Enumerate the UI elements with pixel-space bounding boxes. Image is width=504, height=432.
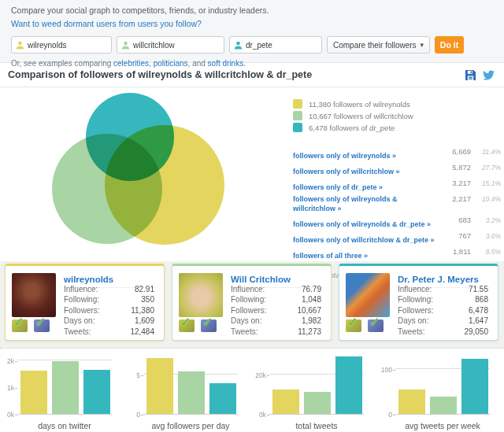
examples-sep: , and — [188, 59, 208, 68]
profile-stat-label: Tweets: — [64, 327, 91, 337]
chart-bar-dr_pete — [83, 370, 110, 414]
stats-value: 2,217 — [428, 194, 471, 204]
legend-item: 6,478 followers of dr_pete — [293, 123, 413, 132]
profile-avatar[interactable] — [12, 273, 56, 317]
axis-tick-mark — [393, 415, 395, 415]
chart-bar-wilreynolds — [398, 390, 425, 414]
chart-plot-area — [395, 353, 490, 415]
username-input-3[interactable] — [246, 37, 320, 53]
compare-mode-select[interactable]: Compare their followers ▾ — [327, 36, 430, 54]
username-field-3-wrap — [229, 36, 322, 54]
stats-value: 767 — [428, 231, 471, 241]
profile-stat-row: Influence:71.55 — [398, 284, 488, 294]
profile-name-link[interactable]: Will Critchlow — [231, 275, 291, 284]
profile-stat-label: Days on: — [398, 316, 428, 326]
stats-link[interactable]: followers only of wilreynolds & dr_pete … — [293, 220, 439, 229]
stats-percent: 10.4% — [474, 194, 501, 204]
stats-link[interactable]: followers only of willcritchlow » — [293, 167, 439, 176]
intro-text: Compare your social graph to competitors… — [11, 5, 504, 16]
follower-thumb[interactable]: ✓ — [34, 319, 50, 332]
mini-chart: 0100avg tweets per week — [378, 349, 504, 432]
profile-cards-row: wilreynoldsInfluence:82.91Following:350F… — [0, 261, 504, 348]
axis-tick-label: 1k — [0, 384, 14, 392]
profile-stat-label: Influence: — [64, 284, 98, 294]
chart-bar-willcritchlow — [430, 397, 457, 414]
profile-stat-value: 1,982 — [302, 316, 321, 326]
axis-tick-label: 5 — [126, 371, 140, 379]
follower-thumb[interactable]: ✓ — [346, 319, 361, 332]
chart-title: avg followers per day — [143, 421, 238, 430]
profile-stats: Influence:82.91Following:350Followers:11… — [64, 284, 154, 337]
legend-item: 10,667 followers of willcritchlow — [293, 111, 413, 120]
profile-name-link[interactable]: wilreynolds — [64, 275, 113, 284]
stats-link[interactable]: followers only of dr_pete » — [293, 183, 439, 192]
compare-mode-selected-value: Compare their followers — [333, 41, 417, 50]
example-link-politicians[interactable]: politicians — [154, 59, 188, 68]
check-icon: ✓ — [347, 316, 358, 329]
profile-stat-label: Influence: — [398, 284, 432, 294]
legend-swatch — [293, 99, 302, 109]
profile-name-link[interactable]: Dr. Peter J. Meyers — [398, 275, 479, 284]
examples-end: . — [243, 59, 246, 68]
caret-down-icon: ▾ — [420, 41, 424, 49]
stats-link[interactable]: followers only of wilreynolds & willcrit… — [293, 194, 439, 213]
chart-bar-willcritchlow — [178, 371, 205, 414]
profile-stat-value: 350 — [141, 294, 154, 305]
twitter-share-icon[interactable] — [483, 70, 495, 80]
chart-bar-willcritchlow — [52, 361, 79, 414]
chart-plot-area — [143, 353, 238, 415]
profile-stat-row: Days on:1,647 — [398, 316, 488, 326]
stats-percent: 3.2% — [474, 216, 501, 225]
legend-swatch — [293, 123, 302, 132]
profile-stat-row: Following:350 — [64, 294, 154, 305]
legend-item: 11,380 followers of wilreynolds — [293, 99, 413, 109]
profile-stat-row: Followers:6,478 — [398, 305, 488, 316]
chart-bar-dr_pete — [335, 356, 362, 414]
weed-dormant-link[interactable]: Want to weed dormant users from users yo… — [11, 18, 202, 29]
example-link-soft-drinks[interactable]: soft drinks — [208, 59, 244, 68]
username-input-2[interactable] — [133, 37, 222, 53]
axis-tick-label: 0k — [0, 411, 14, 419]
do-it-button[interactable]: Do it — [435, 36, 464, 54]
profile-avatar[interactable] — [346, 273, 390, 317]
profile-stats: Influence:76.79Following:1,048Followers:… — [231, 284, 321, 337]
profile-stat-label: Days on: — [64, 316, 94, 326]
follower-thumb[interactable]: ✓ — [12, 319, 28, 332]
profile-stat-row: Following:1,048 — [231, 294, 321, 305]
header-actions — [465, 70, 496, 80]
profile-stat-row: Following:868 — [398, 294, 488, 305]
profile-stat-value: 1,609 — [135, 316, 154, 326]
stats-value: 3,217 — [428, 179, 471, 188]
axis-tick-label: 0 — [126, 411, 140, 419]
profile-stat-label: Tweets: — [231, 327, 258, 337]
profile-stat-row: Influence:82.91 — [64, 284, 154, 294]
profile-stat-value: 11,380 — [131, 305, 154, 316]
chart-title: days on twitter — [17, 421, 112, 430]
stats-row: followers only of dr_pete »3,21715.1% — [293, 179, 501, 193]
username-input-1[interactable] — [28, 37, 109, 53]
username-field-2-wrap — [117, 36, 224, 54]
mini-chart: 0k20ktotal tweets — [252, 349, 378, 432]
stats-link[interactable]: followers of all three » — [293, 251, 439, 260]
chart-bar-dr_pete — [461, 359, 488, 414]
chart-bar-wilreynolds — [272, 390, 299, 414]
follower-thumb[interactable]: ✓ — [201, 319, 217, 332]
stats-row: followers of all three »1,8118.5% — [293, 247, 501, 261]
example-link-celebrities[interactable]: celebrities — [113, 59, 149, 68]
username-field-1-wrap — [11, 36, 112, 54]
profile-stat-value: 71.55 — [469, 284, 488, 294]
stats-link[interactable]: followers only of wilreynolds » — [293, 151, 439, 161]
save-report-icon[interactable] — [465, 70, 476, 80]
mini-charts-row: 0k1k2kdays on twitter05avg followers per… — [0, 348, 504, 432]
axis-tick-mark — [15, 388, 17, 389]
profile-stat-label: Followers: — [64, 305, 100, 316]
follower-thumb[interactable]: ✓ — [368, 319, 384, 332]
profile-avatar[interactable] — [179, 273, 223, 317]
profile-stat-value: 868 — [475, 294, 488, 305]
follower-thumb[interactable]: ✓ — [179, 319, 195, 332]
stats-link[interactable]: followers only of willcritchlow & dr_pet… — [293, 235, 439, 245]
stats-row: followers only of wilreynolds & dr_pete … — [293, 216, 501, 230]
axis-tick-label: 0k — [252, 411, 266, 419]
profile-stat-label: Following: — [64, 294, 99, 305]
profile-stat-row: Influence:76.79 — [231, 284, 321, 294]
